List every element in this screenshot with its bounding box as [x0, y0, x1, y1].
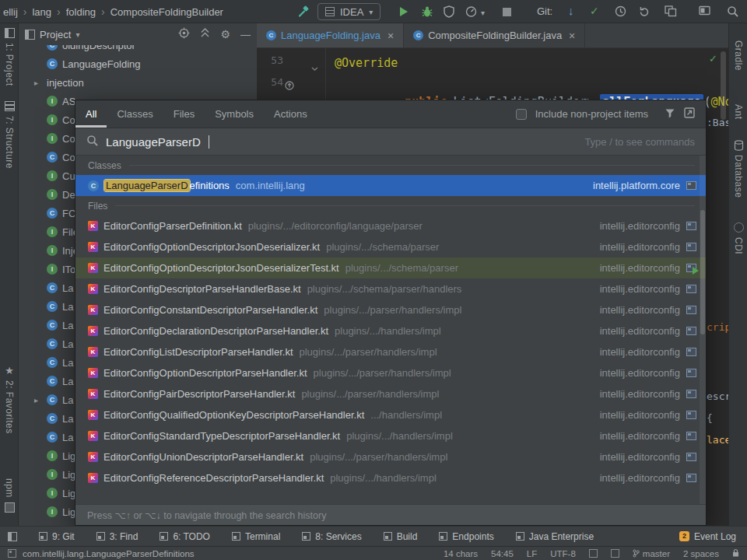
shelf-icon[interactable]: [665, 5, 677, 17]
editor-tab-languagefolding[interactable]: C LanguageFolding.java ×: [257, 23, 404, 47]
tab-files[interactable]: Files: [163, 100, 205, 128]
breadcrumb-item[interactable]: CompositeFoldingBuilder: [110, 6, 223, 18]
toolwindow-cdi-stripe[interactable]: CDI: [729, 222, 747, 254]
search-result-file[interactable]: KEditorConfigDescriptorParseHandlerBase.…: [75, 278, 706, 299]
settings-gear-icon[interactable]: ⚙: [220, 29, 230, 40]
search-result-file[interactable]: KEditorConfigOptionDescriptorJsonDeseria…: [75, 236, 706, 257]
close-tab-icon[interactable]: ×: [388, 30, 394, 42]
project-tree-item[interactable]: ▸injection: [19, 73, 257, 92]
window-icon[interactable]: [699, 5, 711, 16]
toolwindow-label: Event Log: [694, 531, 736, 542]
status-caret-position[interactable]: 54:45: [491, 549, 514, 558]
filter-icon[interactable]: [665, 107, 675, 121]
locate-file-icon[interactable]: [178, 27, 190, 41]
toolwindow-git[interactable]: 9: Git: [39, 531, 75, 542]
search-result-file[interactable]: KEditorConfigOptionDescriptorParseHandle…: [75, 362, 706, 383]
interface-icon: I: [47, 170, 58, 181]
toolwindow-services[interactable]: 8: Services: [302, 531, 361, 542]
tab-actions[interactable]: Actions: [264, 100, 317, 128]
build-hammer-icon[interactable]: [297, 5, 310, 18]
expand-arrow-icon[interactable]: ▸: [34, 396, 47, 404]
run-configuration-select[interactable]: IDEA ▾: [317, 3, 381, 20]
git-branch-widget[interactable]: master: [633, 549, 670, 558]
search-result-file[interactable]: KEditorConfigParserDefinition.ktplugins/…: [75, 215, 706, 236]
toolwindow-event-log[interactable]: 2Event Log: [679, 531, 736, 542]
toolwindow-database-stripe[interactable]: Database: [729, 140, 747, 198]
debug-bug-icon[interactable]: [422, 5, 433, 18]
toolwindow-project-stripe[interactable]: 1: Project: [0, 28, 19, 86]
status-line-ending[interactable]: LF: [527, 549, 537, 558]
toolwindow-todo[interactable]: 6: TODO: [160, 531, 210, 542]
include-non-project-label[interactable]: Include non-project items: [535, 108, 648, 120]
coverage-shield-icon[interactable]: [444, 5, 454, 18]
inspections-ok-icon[interactable]: ✓: [709, 53, 717, 65]
breadcrumb-item[interactable]: ellij: [3, 6, 18, 18]
chevron-down-icon[interactable]: ▾: [75, 30, 79, 39]
editor-scrollbar[interactable]: [721, 51, 726, 120]
module-icon: [686, 453, 696, 461]
search-tabs: All Classes Files Symbols Actions Includ…: [75, 100, 706, 128]
rollback-icon[interactable]: [638, 5, 650, 17]
stop-button[interactable]: [503, 8, 511, 16]
toolwindow-favorites-stripe[interactable]: ★ 2: Favorites: [0, 366, 19, 434]
search-field[interactable]: LanguageParserD Type / to see commands: [75, 128, 706, 156]
search-result-file[interactable]: KEditorConfigQualifiedOptionKeyDescripto…: [75, 404, 706, 425]
toolwindow-npm-stripe[interactable]: npm: [0, 478, 19, 513]
search-result-file[interactable]: KEditorConfigOptionDescriptorJsonDeseria…: [75, 257, 706, 278]
search-result-file[interactable]: KEditorConfigConstantDescriptorParseHand…: [75, 299, 706, 320]
open-in-find-window-icon[interactable]: [684, 107, 695, 121]
file-name: EditorConfigReferenceDescriptorParseHand…: [103, 472, 324, 484]
collapse-all-icon[interactable]: [200, 28, 210, 40]
toolwindow-build[interactable]: Build: [384, 531, 418, 542]
search-result-file[interactable]: KEditorConfigUnionDescriptorParseHandler…: [75, 446, 706, 467]
status-indent[interactable]: 2 spaces: [683, 549, 719, 558]
toolwindow-ant-stripe[interactable]: Ant: [729, 104, 747, 120]
run-button[interactable]: [400, 7, 408, 16]
toolwindow-terminal[interactable]: Terminal: [232, 531, 280, 542]
status-left-icon[interactable]: [8, 549, 16, 558]
editor-tab-compositefoldingbuilder[interactable]: C CompositeFoldingBuilder.java ×: [404, 23, 585, 47]
profiler-gauge-icon[interactable]: [465, 5, 477, 17]
class-icon: C: [47, 413, 58, 424]
search-result-file[interactable]: KEditorConfigDeclarationDescriptorParseH…: [75, 320, 706, 341]
toolwindow-endpoints[interactable]: Endpoints: [439, 531, 493, 542]
search-result-class[interactable]: C LanguageParserDefinitions com.intellij…: [75, 175, 706, 196]
project-panel-title[interactable]: Project: [40, 29, 71, 40]
expand-arrow-icon[interactable]: ▸: [34, 79, 47, 87]
search-icon[interactable]: [727, 5, 738, 17]
include-non-project-checkbox[interactable]: [516, 109, 527, 120]
git-toolwindow-icon: [39, 532, 47, 541]
chevron-down-icon[interactable]: ▾: [481, 9, 485, 17]
breadcrumb-item[interactable]: lang: [32, 6, 51, 18]
search-result-file[interactable]: KEditorConfigStandardTypeDescriptorParse…: [75, 425, 706, 446]
git-update-icon[interactable]: ↓: [568, 0, 574, 23]
toolwindow-java-enterprise[interactable]: Java Enterprise: [516, 531, 594, 542]
lock-icon[interactable]: [732, 548, 739, 558]
project-toolwindow-icon: [5, 28, 15, 38]
history-clock-icon[interactable]: [615, 5, 626, 17]
project-tree-item[interactable]: CLanguageFolding: [19, 54, 257, 73]
search-result-file[interactable]: KEditorConfigReferenceDescriptorParseHan…: [75, 467, 706, 488]
toolwindow-find[interactable]: 3: Find: [96, 531, 139, 542]
git-commit-check-icon[interactable]: ✓: [590, 0, 599, 23]
status-icon-1[interactable]: [589, 549, 598, 558]
toolwindow-structure-stripe[interactable]: 7: Structure: [0, 101, 19, 169]
result-module: intellij.editorconfig: [600, 220, 680, 232]
close-tab-icon[interactable]: ×: [569, 30, 575, 42]
fold-marker-icon[interactable]: [311, 61, 318, 75]
breadcrumb-item[interactable]: folding: [66, 6, 96, 18]
override-marker-icon[interactable]: [285, 79, 294, 93]
tab-symbols[interactable]: Symbols: [205, 100, 264, 128]
popup-scrollbar[interactable]: [700, 156, 706, 504]
status-icon-2[interactable]: [611, 549, 619, 558]
search-result-file[interactable]: KEditorConfigPairDescriptorParseHandler.…: [75, 383, 706, 404]
search-query-text: LanguageParserD: [106, 135, 201, 149]
search-result-file[interactable]: KEditorConfigListDescriptorParseHandler.…: [75, 341, 706, 362]
tab-classes[interactable]: Classes: [107, 100, 163, 128]
hide-panel-icon[interactable]: —: [240, 29, 251, 40]
status-encoding[interactable]: UTF-8: [550, 549, 576, 558]
tab-all[interactable]: All: [75, 100, 107, 128]
toolwindow-switcher-icon[interactable]: [8, 532, 17, 541]
toolwindow-gradle-stripe[interactable]: Gradle: [729, 40, 747, 71]
stripe-label: 7: Structure: [4, 116, 15, 169]
